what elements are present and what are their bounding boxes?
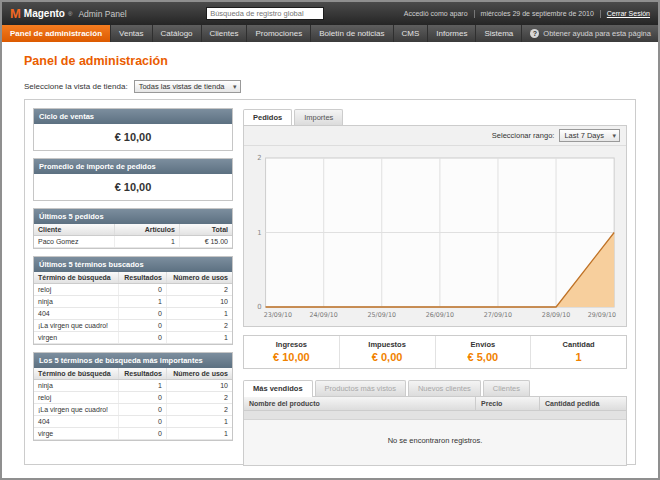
store-view-label: Seleccione la vista de tienda: bbox=[24, 82, 128, 91]
table-row: ¡La virgen que cuadro!02 bbox=[34, 320, 232, 332]
column-header: Resultados bbox=[118, 272, 166, 284]
table-row: reloj02 bbox=[34, 284, 232, 296]
total-label: Impuestos bbox=[340, 340, 435, 349]
current-date: miércoles 29 de septiembre de 2010 bbox=[481, 10, 594, 17]
page-title: Panel de administración bbox=[24, 54, 636, 68]
orders-chart-panel: Seleccionar rango: Last 7 Days 01223/09/… bbox=[243, 125, 627, 327]
table-row: 40401 bbox=[34, 416, 232, 428]
tab-importes[interactable]: Importes bbox=[294, 109, 343, 125]
main-nav-list: Panel de administraciónVentasCatálogoCli… bbox=[2, 25, 522, 42]
dashboard-right-column: Pedidos Importes Seleccionar rango: Last… bbox=[243, 108, 627, 456]
main-nav: Panel de administraciónVentasCatálogoCli… bbox=[2, 25, 658, 42]
svg-text:29/09/10: 29/09/10 bbox=[588, 311, 616, 319]
total-label: Envíos bbox=[436, 340, 531, 349]
top-search-terms-panel: Los 5 términos de búsqueda más important… bbox=[33, 352, 233, 441]
column-header: Cliente bbox=[34, 224, 115, 236]
grid-empty-message: No se encontraron registros. bbox=[244, 420, 626, 465]
table-row: virgen01 bbox=[34, 332, 232, 344]
tab-clientes[interactable]: Clientes bbox=[483, 380, 530, 396]
products-grid-header: Nombre del producto Precio Cantidad pedi… bbox=[244, 397, 626, 411]
top-bar: M Magento ® Admin Panel Accedió como apa… bbox=[2, 2, 658, 25]
help-label: Obtener ayuda para esta página bbox=[543, 29, 651, 38]
magento-logo-icon: M bbox=[10, 7, 21, 20]
table-row: 40401 bbox=[34, 308, 232, 320]
table-body: reloj02ninja11040401¡La virgen que cuadr… bbox=[34, 284, 232, 344]
last-orders-panel: Últimos 5 pedidos ClienteArtículosTotal … bbox=[33, 208, 233, 249]
total-impuestos: Impuestos € 0,00 bbox=[339, 336, 435, 368]
svg-text:26/09/10: 26/09/10 bbox=[426, 311, 454, 319]
magento-logo[interactable]: M Magento ® Admin Panel bbox=[10, 7, 127, 20]
nav-item[interactable]: Sistema bbox=[476, 25, 522, 42]
total-cantidad: Cantidad 1 bbox=[530, 336, 626, 368]
column-header: Término de búsqueda bbox=[34, 272, 118, 284]
topbar-center bbox=[127, 7, 404, 20]
global-search-input[interactable] bbox=[206, 7, 324, 20]
products-tabs: Más vendidos Productos más vistos Nuevos… bbox=[243, 379, 627, 396]
nav-item[interactable]: CMS bbox=[394, 25, 429, 42]
chart-wrapper: 01223/09/1024/09/1025/09/1026/09/1027/09… bbox=[244, 146, 626, 326]
svg-text:25/09/10: 25/09/10 bbox=[368, 311, 396, 319]
total-value: € 5,00 bbox=[436, 351, 531, 363]
table-row: virge01 bbox=[34, 428, 232, 440]
table-header-row: Término de búsquedaResultadosNúmero de u… bbox=[34, 272, 232, 284]
table-row: ninja110 bbox=[34, 296, 232, 308]
total-ingresos: Ingresos € 10,00 bbox=[244, 336, 339, 368]
panel-title: Ciclo de ventas bbox=[34, 109, 232, 124]
table-body: ninja110reloj02¡La virgen que cuadro!024… bbox=[34, 380, 232, 440]
svg-text:24/09/10: 24/09/10 bbox=[309, 311, 337, 319]
total-envios: Envíos € 5,00 bbox=[435, 336, 531, 368]
column-header-qty: Cantidad pedida bbox=[540, 397, 626, 410]
nav-item[interactable]: Panel de administración bbox=[2, 25, 111, 42]
store-view-select[interactable]: Todas las vistas de tienda bbox=[134, 80, 241, 93]
last-orders-table: ClienteArtículosTotal Paco Gomez1€ 15.00 bbox=[34, 224, 232, 248]
logout-link[interactable]: Cerrar Sesión bbox=[607, 10, 650, 17]
range-select[interactable]: Last 7 Days bbox=[559, 129, 620, 142]
total-value: € 10,00 bbox=[244, 351, 339, 363]
column-header: Total bbox=[179, 224, 232, 236]
tab-nuevos-clientes[interactable]: Nuevos clientes bbox=[408, 380, 481, 396]
column-header: Número de usos bbox=[166, 272, 232, 284]
tab-mas-vendidos[interactable]: Más vendidos bbox=[243, 380, 313, 397]
nav-item[interactable]: Catálogo bbox=[153, 25, 202, 42]
page-help-link[interactable]: ? Obtener ayuda para esta página bbox=[522, 25, 659, 42]
svg-text:28/09/10: 28/09/10 bbox=[542, 311, 570, 319]
panel-title: Últimos 5 términos buscados bbox=[34, 257, 232, 272]
topbar-user-area: Accedió como aparo miércoles 29 de septi… bbox=[404, 10, 650, 18]
total-label: Cantidad bbox=[531, 340, 626, 349]
chart-tabs: Pedidos Importes bbox=[243, 108, 627, 125]
help-icon: ? bbox=[530, 29, 539, 38]
column-header: Número de usos bbox=[166, 368, 232, 380]
dashboard-box: Ciclo de ventas € 10,00 Promedio de impo… bbox=[24, 99, 636, 465]
tab-productos-mas-vistos[interactable]: Productos más vistos bbox=[315, 380, 406, 396]
svg-text:23/09/10: 23/09/10 bbox=[264, 311, 292, 319]
last-search-terms-table: Término de búsquedaResultadosNúmero de u… bbox=[34, 272, 232, 344]
nav-item[interactable]: Clientes bbox=[202, 25, 248, 42]
nav-item[interactable]: Ventas bbox=[111, 25, 152, 42]
table-row: reloj02 bbox=[34, 392, 232, 404]
logo-text: Magento bbox=[24, 8, 65, 19]
divider bbox=[474, 10, 475, 18]
content-area: Panel de administración Seleccione la vi… bbox=[2, 42, 658, 478]
svg-text:0: 0 bbox=[257, 303, 261, 311]
products-grid: Nombre del producto Precio Cantidad pedi… bbox=[243, 396, 627, 466]
tab-pedidos[interactable]: Pedidos bbox=[243, 109, 292, 126]
nav-item[interactable]: Informes bbox=[428, 25, 476, 42]
logo-subtitle: Admin Panel bbox=[78, 9, 126, 19]
column-header: Resultados bbox=[118, 368, 166, 380]
panel-title: Los 5 términos de búsqueda más important… bbox=[34, 353, 232, 368]
magento-admin-window: M Magento ® Admin Panel Accedió como apa… bbox=[0, 0, 660, 480]
table-row: Paco Gomez1€ 15.00 bbox=[34, 236, 232, 248]
average-orders-panel: Promedio de importe de pedidos € 10,00 bbox=[33, 158, 233, 201]
grid-empty-strip bbox=[244, 411, 626, 420]
divider bbox=[600, 10, 601, 18]
nav-item[interactable]: Boletín de noticias bbox=[311, 25, 393, 42]
average-orders-value: € 10,00 bbox=[34, 174, 232, 200]
dashboard-left-column: Ciclo de ventas € 10,00 Promedio de impo… bbox=[33, 108, 233, 456]
nav-item[interactable]: Promociones bbox=[247, 25, 311, 42]
svg-text:27/09/10: 27/09/10 bbox=[484, 311, 512, 319]
table-header-row: Término de búsquedaResultadosNúmero de u… bbox=[34, 368, 232, 380]
logged-in-as: Accedió como aparo bbox=[404, 10, 468, 17]
registered-mark: ® bbox=[68, 11, 72, 17]
column-header: Artículos bbox=[115, 224, 180, 236]
table-row: ninja110 bbox=[34, 380, 232, 392]
